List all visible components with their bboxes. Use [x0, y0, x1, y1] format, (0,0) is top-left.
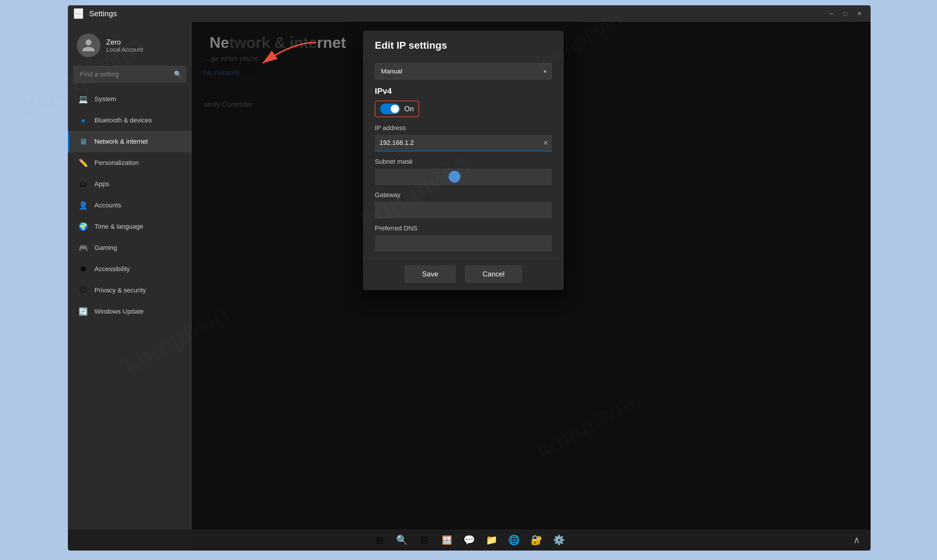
save-button[interactable]: Save — [404, 265, 456, 283]
title-bar-title: Settings — [89, 9, 117, 18]
taskbar-edge-button[interactable]: 🌐 — [506, 532, 522, 548]
sidebar-user: Zero Local Account — [68, 28, 192, 63]
ip-mode-select[interactable]: Automatic (DHCP) Manual — [375, 63, 552, 79]
sidebar-item-label-network: Network & internet — [94, 138, 148, 145]
subnet-mask-label: Subnet mask — [375, 158, 552, 166]
taskbar-settings-button[interactable]: ⚙️ — [551, 532, 567, 548]
dialog-body: Automatic (DHCP) Manual ▾ IPv4 — [363, 57, 564, 258]
minimize-button[interactable]: ─ — [826, 8, 836, 19]
close-button[interactable]: ✕ — [854, 8, 865, 19]
taskbar-taskview-button[interactable]: ⊟ — [416, 532, 432, 548]
personalization-icon: ✏️ — [78, 158, 89, 168]
sidebar-item-label-system: System — [94, 95, 116, 103]
taskbar-explorer-button[interactable]: 📁 — [483, 532, 500, 548]
preferred-dns-input[interactable] — [375, 235, 552, 251]
ipv4-section: IPv4 On IP address — [375, 86, 552, 258]
subnet-mask-wrapper — [375, 168, 552, 185]
username: Zero — [106, 38, 143, 46]
apps-icon: 🗂 — [78, 179, 89, 189]
dialog-footer: Save Cancel — [363, 258, 564, 290]
ip-mode-dropdown-wrapper: Automatic (DHCP) Manual ▾ — [375, 63, 552, 79]
taskbar-chevron[interactable]: ∧ — [848, 532, 865, 548]
gateway-label: Gateway — [375, 191, 552, 199]
sidebar-item-personalization[interactable]: ✏️ Personalization — [68, 152, 192, 174]
back-button[interactable]: ← — [74, 8, 83, 19]
gaming-icon: 🎮 — [78, 243, 89, 253]
sidebar-item-label-update: Windows Update — [94, 308, 143, 315]
content-area: Zero Local Account 🔍 💻 System ● Bluetoot… — [68, 22, 871, 551]
sidebar-item-label-privacy: Privacy & security — [94, 286, 146, 294]
toggle-knob — [391, 105, 399, 113]
gateway-input[interactable] — [375, 202, 552, 218]
subnet-mask-field-group: Subnet mask — [375, 158, 552, 185]
sidebar-item-label-bluetooth: Bluetooth & devices — [94, 117, 152, 124]
preferred-dns-wrapper — [375, 235, 552, 251]
maximize-button[interactable]: □ — [840, 8, 851, 19]
sidebar-item-time[interactable]: 🌍 Time & language — [68, 216, 192, 237]
ipv4-toggle-row: On — [375, 101, 419, 117]
sidebar-item-network[interactable]: 🖥 Network & internet — [68, 131, 192, 152]
ipv4-label: IPv4 — [375, 86, 552, 96]
ip-address-clear-button[interactable]: ✕ — [543, 139, 548, 147]
preferred-dns-label: Preferred DNS — [375, 225, 552, 232]
settings-window: ← Settings ─ □ ✕ Zero Local Account — [68, 5, 871, 551]
accessibility-icon: ✱ — [78, 264, 89, 274]
sidebar-item-gaming[interactable]: 🎮 Gaming — [68, 237, 192, 258]
sidebar-item-label-personalization: Personalization — [94, 159, 139, 167]
window-controls: ─ □ ✕ — [826, 8, 865, 19]
subnet-mask-input[interactable] — [375, 168, 552, 185]
taskbar-chat-button[interactable]: 💬 — [461, 532, 477, 548]
search-icon[interactable]: 🔍 — [174, 71, 182, 78]
cancel-button[interactable]: Cancel — [465, 265, 522, 283]
bluetooth-icon: ● — [78, 115, 89, 126]
sidebar-item-update[interactable]: 🔄 Windows Update — [68, 301, 192, 322]
sidebar-item-system[interactable]: 💻 System — [68, 89, 192, 110]
gateway-field-group: Gateway — [375, 191, 552, 218]
ipv4-toggle-label: On — [404, 105, 414, 113]
taskbar-start-button[interactable]: ⊞ — [371, 532, 388, 548]
sidebar-nav: 💻 System ● Bluetooth & devices 🖥 Network… — [68, 89, 192, 545]
taskbar-widgets-button[interactable]: 🪟 — [438, 532, 455, 548]
sidebar: Zero Local Account 🔍 💻 System ● Bluetoot… — [68, 22, 192, 551]
sidebar-item-label-apps: Apps — [94, 180, 109, 188]
network-icon: 🖥 — [78, 136, 89, 147]
dialog-title: Edit IP settings — [375, 40, 552, 51]
account-type: Local Account — [106, 46, 143, 53]
ip-address-label: IP address — [375, 124, 552, 132]
search-input[interactable] — [74, 66, 186, 83]
taskbar-store-button[interactable]: 🔐 — [528, 532, 545, 548]
title-bar: ← Settings ─ □ ✕ — [68, 5, 871, 22]
time-icon: 🌍 — [78, 221, 89, 232]
sidebar-item-apps[interactable]: 🗂 Apps — [68, 174, 192, 195]
avatar — [77, 34, 100, 57]
dialog-header: Edit IP settings — [363, 31, 564, 57]
ipv4-toggle[interactable] — [380, 103, 400, 114]
sidebar-item-label-gaming: Gaming — [94, 244, 117, 252]
search-container: 🔍 — [74, 66, 186, 83]
user-info: Zero Local Account — [106, 38, 143, 53]
sidebar-item-accessibility[interactable]: ✱ Accessibility — [68, 258, 192, 280]
sidebar-item-label-accounts: Accounts — [94, 202, 121, 209]
gateway-wrapper — [375, 202, 552, 218]
sidebar-item-label-time: Time & language — [94, 223, 143, 231]
ip-address-field-group: IP address ✕ — [375, 124, 552, 151]
sidebar-item-privacy[interactable]: 🛡 Privacy & security — [68, 280, 192, 301]
taskbar: ⊞ 🔍 ⊟ 🪟 💬 📁 🌐 🔐 ⚙️ ∧ — [68, 529, 871, 551]
ip-address-input[interactable] — [375, 135, 552, 151]
ip-mode-dropdown-row: Automatic (DHCP) Manual ▾ — [375, 63, 552, 79]
privacy-icon: 🛡 — [78, 285, 89, 295]
taskbar-search-button[interactable]: 🔍 — [394, 532, 410, 548]
ip-address-wrapper: ✕ — [375, 135, 552, 151]
sidebar-item-label-accessibility: Accessibility — [94, 265, 130, 273]
main-content: Network & internet …ge when you're his n… — [192, 22, 871, 551]
edit-ip-dialog: Edit IP settings Automatic (DHCP) Manual… — [363, 31, 564, 290]
system-icon: 💻 — [78, 94, 89, 105]
update-icon: 🔄 — [78, 306, 89, 317]
sidebar-item-accounts[interactable]: 👤 Accounts — [68, 195, 192, 216]
sidebar-item-bluetooth[interactable]: ● Bluetooth & devices — [68, 110, 192, 131]
accounts-icon: 👤 — [78, 200, 89, 211]
preferred-dns-field-group: Preferred DNS — [375, 225, 552, 251]
user-avatar-icon — [81, 38, 96, 53]
